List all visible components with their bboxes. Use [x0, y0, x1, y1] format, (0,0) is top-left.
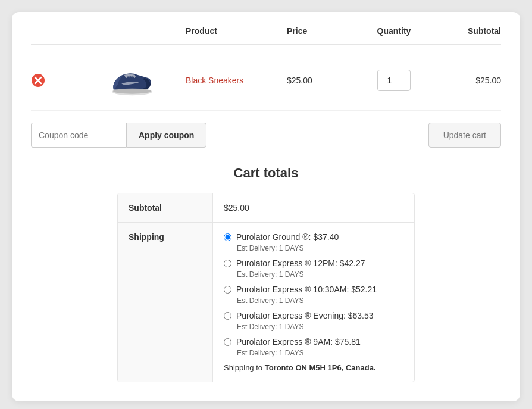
remove-item-button[interactable]: [31, 73, 45, 88]
subtotal-cell: $25.00: [430, 76, 501, 85]
totals-subtotal-value: $25.00: [213, 193, 414, 222]
quantity-input[interactable]: [377, 70, 411, 91]
coupon-section: Apply coupon: [31, 123, 206, 148]
apply-coupon-button[interactable]: Apply coupon: [126, 123, 206, 148]
product-name-link[interactable]: Black Sneakers: [186, 76, 243, 85]
col-price: Price: [287, 26, 358, 36]
totals-shipping-label: Shipping: [118, 223, 213, 382]
shipping-radio-3[interactable]: [224, 286, 231, 294]
shipping-to-text: Shipping to: [224, 363, 262, 372]
col-quantity: Quantity: [358, 26, 430, 36]
coupon-input[interactable]: [31, 123, 126, 148]
svg-point-8: [113, 89, 151, 94]
shipping-option-2: Purolator Express ® 12PM: $42.27: [224, 258, 403, 268]
totals-table: Subtotal $25.00 Shipping Purolator Groun…: [117, 193, 415, 382]
product-name-cell: Black Sneakers: [186, 75, 287, 86]
totals-subtotal-row: Subtotal $25.00: [118, 193, 414, 223]
cart-container: Product Price Quantity Subtotal: [12, 12, 520, 401]
delivery-est-4: Est Delivery: 1 DAYS: [237, 323, 403, 331]
product-image-cell: [79, 63, 186, 98]
shipping-radio-4[interactable]: [224, 312, 231, 320]
col-image: [79, 26, 186, 36]
shipping-option-1: Purolator Ground ®: $37.40: [224, 232, 403, 242]
totals-shipping-value: Purolator Ground ®: $37.40 Est Delivery:…: [213, 223, 414, 382]
shipping-label-4[interactable]: Purolator Express ® Evening: $63.53: [236, 311, 374, 320]
cart-table-header: Product Price Quantity Subtotal: [31, 26, 501, 45]
col-product: Product: [186, 26, 287, 36]
quantity-cell: [358, 70, 430, 91]
shipping-label-1[interactable]: Purolator Ground ®: $37.40: [236, 232, 339, 242]
shipping-radio-1[interactable]: [224, 233, 231, 241]
remove-cell: [31, 73, 79, 88]
shipping-radio-2[interactable]: [224, 260, 231, 267]
shipping-label-3[interactable]: Purolator Express ® 10:30AM: $52.21: [236, 285, 377, 294]
shipping-label-5[interactable]: Purolator Express ® 9AM: $75.81: [236, 337, 361, 346]
delivery-est-3: Est Delivery: 1 DAYS: [237, 296, 403, 305]
cart-row: Black Sneakers $25.00 $25.00: [31, 51, 501, 111]
shipping-radio-5[interactable]: [224, 338, 231, 346]
totals-shipping-row: Shipping Purolator Ground ®: $37.40 Est …: [118, 223, 414, 382]
price-cell: $25.00: [287, 76, 358, 85]
shipping-to: Shipping to Toronto ON M5H 1P6, Canada.: [224, 363, 403, 372]
delivery-est-2: Est Delivery: 1 DAYS: [237, 270, 403, 279]
shipping-option-3: Purolator Express ® 10:30AM: $52.21: [224, 285, 403, 294]
shipping-label-2[interactable]: Purolator Express ® 12PM: $42.27: [236, 258, 365, 268]
col-remove: [31, 26, 79, 36]
cart-actions: Apply coupon Update cart: [31, 111, 501, 166]
col-subtotal: Subtotal: [430, 26, 501, 36]
delivery-est-5: Est Delivery: 1 DAYS: [237, 349, 403, 357]
remove-icon: [31, 73, 45, 88]
shipping-option-4: Purolator Express ® Evening: $63.53: [224, 311, 403, 320]
product-image: [108, 63, 156, 98]
totals-subtotal-label: Subtotal: [118, 193, 213, 222]
delivery-est-1: Est Delivery: 1 DAYS: [237, 244, 403, 252]
shipping-address: Toronto ON M5H 1P6, Canada.: [265, 363, 376, 372]
shipping-option-5: Purolator Express ® 9AM: $75.81: [224, 337, 403, 346]
update-cart-button[interactable]: Update cart: [428, 123, 501, 148]
cart-totals-title: Cart totals: [31, 166, 501, 181]
